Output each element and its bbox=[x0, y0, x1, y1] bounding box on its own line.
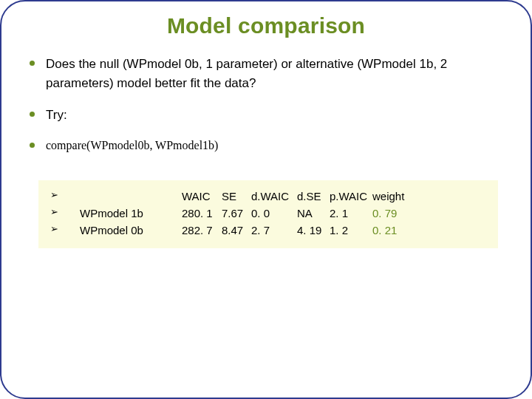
row-dwaic: 0. 0 bbox=[251, 205, 297, 222]
bullet-list: Does the null (WPmodel 0b, 1 parameter) … bbox=[25, 55, 510, 155]
bullet-try: Try: bbox=[25, 106, 510, 125]
row-waic: 280. 1 bbox=[182, 205, 222, 222]
row-dse: NA bbox=[297, 205, 330, 222]
bullet-question: Does the null (WPmodel 0b, 1 parameter) … bbox=[25, 55, 510, 94]
header-pwaic: p.WAIC bbox=[330, 188, 372, 205]
row-pwaic: 1. 2 bbox=[330, 222, 372, 239]
row-label: WPmodel 1b bbox=[80, 205, 182, 222]
results-header-row: ➢ WAIC SE d.WAIC d.SE p.WAIC weight bbox=[44, 188, 492, 205]
row-weight: 0. 79 bbox=[372, 205, 417, 222]
slide-frame: Model comparison Does the null (WPmodel … bbox=[0, 0, 532, 399]
arrow-icon: ➢ bbox=[44, 188, 80, 202]
table-row: ➢ WPmodel 0b 282. 7 8.47 2. 7 4. 19 1. 2… bbox=[44, 222, 492, 239]
row-se: 8.47 bbox=[222, 222, 251, 239]
row-pwaic: 2. 1 bbox=[330, 205, 372, 222]
row-dwaic: 2. 7 bbox=[251, 222, 297, 239]
table-row: ➢ WPmodel 1b 280. 1 7.67 0. 0 NA 2. 1 0.… bbox=[44, 205, 492, 222]
header-weight: weight bbox=[372, 188, 417, 205]
row-dse: 4. 19 bbox=[297, 222, 330, 239]
arrow-icon: ➢ bbox=[44, 222, 80, 236]
row-waic: 282. 7 bbox=[182, 222, 222, 239]
header-waic: WAIC bbox=[182, 188, 222, 205]
row-se: 7.67 bbox=[222, 205, 251, 222]
arrow-icon: ➢ bbox=[44, 205, 80, 219]
slide-title: Model comparison bbox=[22, 13, 510, 38]
bullet-code: compare(WPmodel0b, WPmodel1b) bbox=[25, 137, 510, 155]
results-box: ➢ WAIC SE d.WAIC d.SE p.WAIC weight ➢ WP… bbox=[38, 180, 498, 248]
header-dse: d.SE bbox=[297, 188, 330, 205]
header-dwaic: d.WAIC bbox=[251, 188, 297, 205]
row-weight: 0. 21 bbox=[372, 222, 417, 239]
row-label: WPmodel 0b bbox=[80, 222, 182, 239]
header-se: SE bbox=[222, 188, 251, 205]
